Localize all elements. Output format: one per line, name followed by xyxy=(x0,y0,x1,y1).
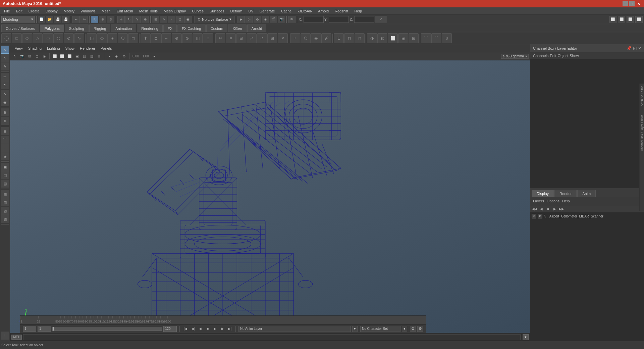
ipr-render-btn[interactable]: ▷ xyxy=(246,16,253,23)
tab-rendering[interactable]: Rendering xyxy=(137,24,163,32)
snap-grid-left-btn[interactable]: ⊞ xyxy=(1,127,9,135)
vp-layout4[interactable]: ▣ xyxy=(73,53,80,60)
anim-layer-field[interactable]: No Anim Layer xyxy=(238,326,351,332)
menu-display[interactable]: Display xyxy=(43,8,60,14)
menu-redshift[interactable]: Redshift xyxy=(332,8,351,14)
show-hide-btn[interactable]: 👁 xyxy=(288,16,296,23)
save-scene-btn[interactable]: 💾 xyxy=(54,16,61,23)
vp-layout2[interactable]: ⬜ xyxy=(59,53,65,60)
new-scene-btn[interactable]: 📄 xyxy=(38,16,45,23)
shelf-paint-effects[interactable]: 🖌 xyxy=(321,33,331,43)
tab-sculpting[interactable]: Sculpting xyxy=(65,24,89,32)
range-start-field[interactable]: 1 xyxy=(23,326,36,332)
options-menu[interactable]: Options xyxy=(547,199,559,203)
quick-layout-4[interactable]: ⬜ xyxy=(635,16,643,23)
menu-3dtall[interactable]: -3DtoAll- xyxy=(295,8,315,14)
vp-panels-menu[interactable]: Panels xyxy=(99,46,114,51)
shelf-backface[interactable]: ◐ xyxy=(377,33,387,43)
stop-btn[interactable]: ■ xyxy=(205,326,211,332)
z-field[interactable] xyxy=(354,16,374,23)
edit-menu[interactable]: Edit xyxy=(550,54,556,58)
timeline-ruler[interactable]: 1 25 50 55 60 xyxy=(20,316,426,325)
menu-create[interactable]: Create xyxy=(26,8,42,14)
quick-layout-2[interactable]: ⬜ xyxy=(618,16,625,23)
menu-mesh-tools[interactable]: Mesh Tools xyxy=(137,8,160,14)
shelf-insert-edge[interactable]: ≡ xyxy=(226,33,236,43)
rotate-tool-btn[interactable]: ↻ xyxy=(125,16,133,23)
character-set-field[interactable]: No Character Set xyxy=(360,326,400,332)
vp-view-menu[interactable]: View xyxy=(13,46,25,51)
channel-box-close-btn[interactable]: ✕ xyxy=(638,46,641,51)
shelf-crease[interactable]: ⌒ xyxy=(421,33,431,43)
shelf-create-poly[interactable]: ⬡ xyxy=(301,33,311,43)
vp-layout3[interactable]: ⬜ xyxy=(66,53,73,60)
menu-curves[interactable]: Curves xyxy=(189,8,206,14)
attribute-editor-label[interactable]: Attribute Editor xyxy=(640,86,644,106)
snap-point-btn[interactable]: · xyxy=(168,16,175,23)
shelf-xray[interactable]: ◑ xyxy=(367,33,377,43)
shelf-append[interactable]: + xyxy=(290,33,300,43)
select-tool-btn[interactable]: ↖ xyxy=(91,16,98,23)
shelf-multi-cut[interactable]: ✂ xyxy=(215,33,225,43)
left-misc3[interactable]: ▧ xyxy=(1,207,9,215)
save-as-btn[interactable]: 💾 xyxy=(62,16,69,23)
menu-generate[interactable]: Generate xyxy=(257,8,278,14)
soft-select-btn[interactable]: ◉ xyxy=(1,98,9,106)
restore-btn[interactable]: □ xyxy=(629,1,635,6)
shelf-separate[interactable]: ⊗ xyxy=(182,33,192,43)
render-layer-btn[interactable]: ◫ xyxy=(1,171,9,179)
snap-point-left-btn[interactable]: · xyxy=(1,144,9,152)
vp-layout6[interactable]: ▥ xyxy=(88,53,95,60)
left-misc1[interactable]: ▦ xyxy=(1,190,9,198)
vp-wireframe-btn[interactable]: ◻ xyxy=(34,53,40,60)
menu-windows[interactable]: Windows xyxy=(78,8,98,14)
render-tab[interactable]: Render xyxy=(554,190,577,197)
shelf-helix[interactable]: ∿ xyxy=(74,33,84,43)
menu-surfaces[interactable]: Surfaces xyxy=(207,8,227,14)
open-scene-btn[interactable]: 📂 xyxy=(46,16,53,23)
tab-curves-surfaces[interactable]: Curves / Surfaces xyxy=(1,24,39,32)
shelf-prism[interactable]: ◻ xyxy=(128,33,138,43)
move-tool-btn[interactable]: ✛ xyxy=(117,16,125,23)
shelf-fill-hole[interactable]: ○ xyxy=(203,33,213,43)
layers-nav-stop[interactable]: ■ xyxy=(545,206,551,212)
step-forward-btn[interactable]: |▶ xyxy=(219,326,225,332)
render-cam-btn[interactable]: 📷 xyxy=(278,16,285,23)
vp-shading-menu[interactable]: Shading xyxy=(26,46,44,51)
menu-deform[interactable]: Deform xyxy=(227,8,245,14)
select-mode-btn[interactable]: ↖ xyxy=(1,46,9,54)
range-end-field[interactable]: 120 xyxy=(163,326,177,332)
viewport-canvas[interactable]: .wire { stroke: #1a1a8a; stroke-width: 0… xyxy=(10,60,530,333)
snap-curve-left-btn[interactable]: ⌒ xyxy=(1,136,9,144)
shelf-slide-edge[interactable]: ⇌ xyxy=(247,33,257,43)
vp-select-btn[interactable]: ↖ xyxy=(11,53,18,60)
shelf-harden[interactable]: ⌒ xyxy=(431,33,441,43)
snap-curve-btn[interactable]: ∿ xyxy=(160,16,167,23)
snap-view-btn[interactable]: ⊡ xyxy=(176,16,183,23)
left-misc2[interactable]: ▥ xyxy=(1,198,9,206)
shelf-smooth[interactable]: ▣ xyxy=(398,33,408,43)
move-mode-btn[interactable]: ✛ xyxy=(1,73,9,81)
shelf-bool-diff[interactable]: ⊓ xyxy=(344,33,354,43)
vp-camera-btn[interactable]: 📷 xyxy=(19,53,25,60)
channel-box-strip-label[interactable]: Channel Box / Layer Editor xyxy=(640,115,644,151)
menu-edit-mesh[interactable]: Edit Mesh xyxy=(114,8,136,14)
show-manip2-btn[interactable]: ⊗ xyxy=(1,117,9,125)
minimize-btn[interactable]: ─ xyxy=(623,1,628,6)
layer-visibility-btn[interactable]: V xyxy=(532,214,536,218)
layers-nav-prev[interactable]: ◀ xyxy=(538,206,544,212)
shelf-bool-inter[interactable]: ⊓ xyxy=(355,33,365,43)
shelf-plane[interactable]: ▭ xyxy=(43,33,53,43)
menu-cache[interactable]: Cache xyxy=(278,8,294,14)
hypershade-btn[interactable]: ◈ xyxy=(262,16,269,23)
viewport[interactable]: View Shading Lighting Show Renderer Pane… xyxy=(10,44,530,333)
vp-smooth-btn[interactable]: ◉ xyxy=(41,53,48,60)
menu-uv[interactable]: UV xyxy=(246,8,256,14)
vp-renderer-menu[interactable]: Renderer xyxy=(78,46,97,51)
snap-grid-btn[interactable]: ⊞ xyxy=(152,16,159,23)
workspace-dropdown[interactable]: Modeling ▾ xyxy=(1,16,35,23)
tab-xgen[interactable]: XGen xyxy=(228,24,246,32)
channel-box-expand-btn[interactable]: ◱ xyxy=(633,46,637,51)
anim-tab[interactable]: Anim xyxy=(577,190,596,197)
tab-polygons[interactable]: Polygons xyxy=(40,24,64,32)
